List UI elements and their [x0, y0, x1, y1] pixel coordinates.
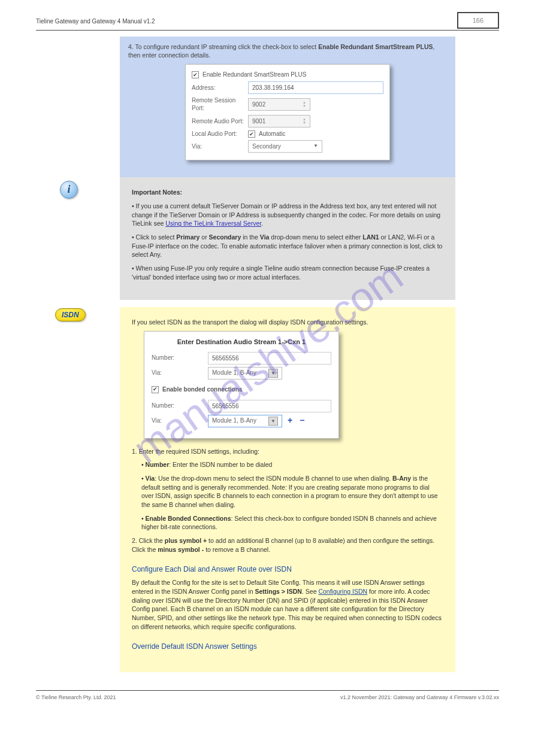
address-input[interactable]: 203.38.199.164	[248, 81, 383, 94]
local-port-label: Local Audio Port:	[192, 130, 244, 138]
page-number-box: 166	[457, 12, 499, 29]
chevron-down-icon: ▼	[313, 143, 318, 150]
via-label-1: Via:	[152, 369, 204, 377]
isdn-form: Enter Destination Audio Stream 1->Cxn 1 …	[144, 331, 339, 438]
via-value-2: Module 1, B-Any	[212, 417, 256, 425]
note2d: Secondary	[209, 233, 241, 241]
via-label: Via:	[192, 142, 244, 151]
bonded-checkbox[interactable]: ✔	[152, 386, 159, 393]
remove-channel-button[interactable]: −	[298, 415, 306, 427]
add-channel-button[interactable]: +	[286, 415, 294, 427]
manual-title: Tieline Gateway and Gateway 4 Manual v1.…	[36, 18, 155, 25]
list-intro: 1. Enter the required ISDN settings, inc…	[132, 447, 443, 456]
audio-port-input[interactable]: 9001 ▲▼	[248, 115, 310, 127]
number-input-1[interactable]: 56565556	[208, 352, 331, 365]
li2a: Via	[146, 475, 155, 482]
plus-text: plus symbol +	[165, 537, 207, 544]
li1a: Number	[146, 461, 170, 468]
enable-redundant-label: Enable Redundant SmartStream PLUS	[202, 71, 306, 79]
note-1-end: .	[261, 220, 263, 227]
isdn-panel: If you select ISDN as the transport the …	[120, 307, 455, 673]
p2a: 2. Click the	[132, 537, 163, 544]
bonded-label: Enable bonded connections	[162, 385, 242, 394]
smartstream-form: ✔ Enable Redundant SmartStream PLUS Addr…	[185, 64, 390, 160]
version: v1.2 November 2021: Gateway and Gateway …	[340, 694, 499, 700]
via-dropdown-1[interactable]: Module 1, B-Any ▼	[208, 367, 282, 379]
p3b: Settings > ISDN	[255, 588, 301, 595]
blue-panel: 4. To configure redundant IP streaming c…	[120, 37, 455, 177]
li3a: Enable Bonded Connections	[146, 515, 231, 522]
chevron-down-icon: ▼	[268, 369, 278, 378]
audio-port-label: Remote Audio Port:	[192, 117, 244, 126]
via-value-1: Module 1, B-Any	[212, 369, 256, 377]
note3: When using Fuse-IP you only require a si…	[132, 265, 430, 281]
subhead-2: Override Default ISDN Answer Settings	[132, 642, 443, 652]
notes-title: Important Notes:	[132, 189, 182, 196]
chevron-down-icon: ▼	[268, 417, 278, 426]
important-notes-panel: Important Notes: • If you use a current …	[120, 177, 455, 299]
address-label: Address:	[192, 84, 244, 92]
note2a: Click to select	[136, 233, 175, 241]
isdn-badge: ISDN	[55, 308, 86, 321]
spinner-icon[interactable]: ▲▼	[303, 101, 306, 108]
note2g: drop-down menu to select either	[271, 233, 361, 241]
isdn-intro: If you select ISDN as the transport the …	[132, 318, 443, 327]
p3c: . See	[302, 588, 317, 595]
isdn-dialog-title: Enter Destination Audio Stream 1->Cxn 1	[152, 338, 331, 347]
li2b: : Use the drop-down menu to select the I…	[155, 475, 391, 482]
tielink-link[interactable]: Using the TieLink Traversal Server	[165, 220, 261, 227]
header-rule	[36, 30, 499, 31]
automatic-label: Automatic	[259, 130, 285, 138]
via-label-2: Via:	[152, 417, 204, 425]
li2c: B-Any	[392, 475, 411, 482]
copyright: © Tieline Research Pty. Ltd. 2021	[36, 694, 116, 700]
via-dropdown[interactable]: Secondary ▼	[248, 140, 322, 153]
p2c: to remove a B channel.	[205, 546, 270, 553]
note2c: or	[201, 233, 207, 241]
note2i: or	[381, 233, 386, 241]
note2b: Primary	[176, 233, 200, 241]
configuring-isdn-link[interactable]: Configuring ISDN	[318, 588, 367, 595]
note2f: Via	[260, 233, 270, 241]
session-port-label: Remote Session Port:	[192, 96, 244, 113]
enable-redundant-checkbox[interactable]: ✔	[192, 71, 199, 78]
note2e: in the	[243, 233, 258, 241]
spinner-icon[interactable]: ▲▼	[303, 118, 306, 125]
number-input-2[interactable]: 56565556	[208, 400, 331, 412]
via-dropdown-2[interactable]: Module 1, B-Any ▼	[208, 415, 282, 427]
number-label-2: Number:	[152, 402, 204, 410]
li1b: : Enter the ISDN number to be dialed	[169, 461, 272, 468]
info-icon: i	[60, 181, 78, 199]
footer: © Tieline Research Pty. Ltd. 2021 v1.2 N…	[36, 690, 499, 700]
blue-text-1b: Enable Redundant SmartStream PLUS	[318, 43, 433, 50]
audio-port-value: 9001	[252, 117, 265, 126]
blue-text-1: 4. To configure redundant IP streaming c…	[128, 43, 316, 50]
via-value: Secondary	[252, 142, 281, 151]
session-port-input[interactable]: 9002 ▲▼	[248, 98, 310, 111]
minus-text: minus symbol -	[158, 546, 204, 553]
automatic-checkbox[interactable]: ✔	[248, 130, 255, 138]
subhead-1: Configure Each Dial and Answer Route ove…	[132, 564, 443, 575]
note2h: LAN1	[362, 233, 379, 241]
session-port-value: 9002	[252, 101, 265, 109]
number-label-1: Number:	[152, 354, 204, 362]
